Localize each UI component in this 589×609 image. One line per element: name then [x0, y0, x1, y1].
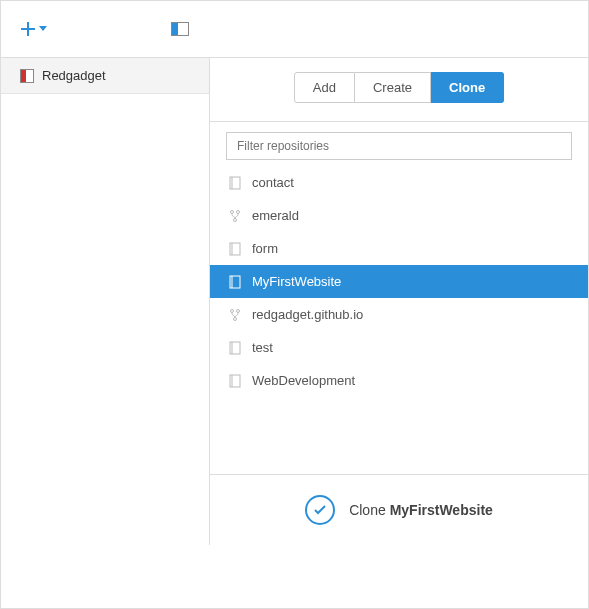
repo-icon [228, 374, 242, 388]
repo-label: test [252, 340, 273, 355]
clone-confirm-button[interactable] [305, 495, 335, 525]
tab-create[interactable]: Create [355, 72, 431, 103]
svg-point-12 [237, 309, 240, 312]
repo-icon [228, 275, 242, 289]
repo-icon [228, 242, 242, 256]
repo-label: form [252, 241, 278, 256]
filter-wrap [210, 122, 588, 166]
repo-item[interactable]: test [210, 331, 588, 364]
content: Redgadget Add Create Clone contact emera… [0, 58, 589, 545]
footer-text: Clone MyFirstWebsite [349, 502, 493, 518]
repo-list: contact emerald form MyFirstWebsite redg… [210, 166, 588, 474]
footer: Clone MyFirstWebsite [210, 474, 588, 545]
repo-item[interactable]: MyFirstWebsite [210, 265, 588, 298]
caret-down-icon [39, 26, 47, 31]
panel-icon [171, 22, 189, 36]
topbar [0, 0, 589, 58]
fork-icon [228, 308, 242, 322]
repo-label: emerald [252, 208, 299, 223]
repo-item[interactable]: emerald [210, 199, 588, 232]
fork-icon [228, 209, 242, 223]
repo-label: MyFirstWebsite [252, 274, 341, 289]
footer-action: Clone [349, 502, 386, 518]
svg-point-4 [231, 210, 234, 213]
tab-add[interactable]: Add [294, 72, 355, 103]
repo-item[interactable]: redgadget.github.io [210, 298, 588, 331]
repo-item[interactable]: WebDevelopment [210, 364, 588, 397]
repo-label: WebDevelopment [252, 373, 355, 388]
footer-target: MyFirstWebsite [390, 502, 493, 518]
account-icon [20, 69, 34, 83]
repo-icon [228, 176, 242, 190]
svg-point-13 [234, 317, 237, 320]
filter-input[interactable] [226, 132, 572, 160]
action-tabs: Add Create Clone [210, 58, 588, 122]
svg-rect-1 [172, 23, 178, 35]
svg-point-6 [234, 218, 237, 221]
tab-clone[interactable]: Clone [431, 72, 504, 103]
sidebar: Redgadget [0, 58, 210, 545]
repo-item[interactable]: contact [210, 166, 588, 199]
main-panel: Add Create Clone contact emerald form My… [210, 58, 589, 545]
repo-label: contact [252, 175, 294, 190]
plus-icon [20, 21, 36, 37]
sidebar-item-account[interactable]: Redgadget [0, 58, 209, 94]
repo-item[interactable]: form [210, 232, 588, 265]
svg-point-5 [237, 210, 240, 213]
panel-toggle-button[interactable] [171, 22, 189, 36]
sidebar-item-label: Redgadget [42, 68, 106, 83]
repo-icon [228, 341, 242, 355]
check-icon [312, 502, 328, 518]
svg-point-11 [231, 309, 234, 312]
repo-label: redgadget.github.io [252, 307, 363, 322]
add-dropdown-button[interactable] [20, 21, 47, 37]
